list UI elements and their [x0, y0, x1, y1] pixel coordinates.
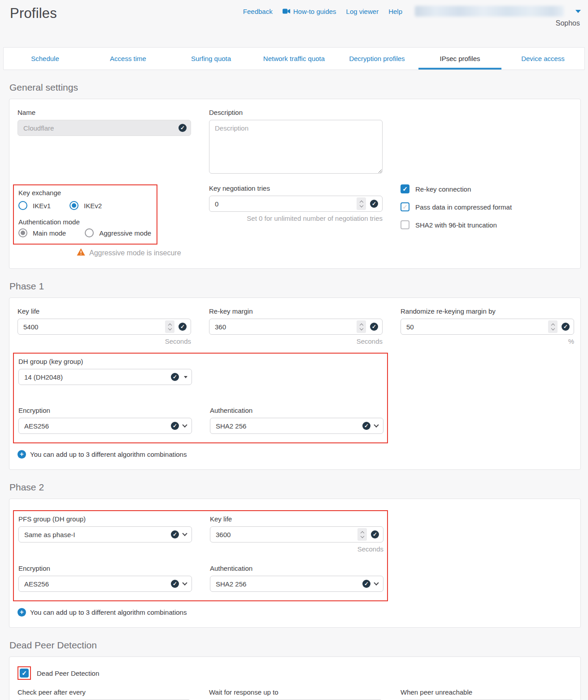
p2-pfs-group-value: Same as phase-I	[24, 531, 171, 538]
tab-access-time[interactable]: Access time	[87, 48, 170, 70]
p1-authentication-value: SHA2 256	[216, 422, 362, 430]
dpd-check-peer-group: Check peer after every 30 ✓ Seconds	[17, 688, 191, 700]
feedback-link[interactable]: Feedback	[243, 8, 273, 15]
rekey-connection-checkbox[interactable]: ✓	[401, 184, 409, 193]
ikev1-radio[interactable]	[18, 201, 27, 210]
dpd-heading: Dead Peer Detection	[9, 640, 581, 651]
log-viewer-label: Log viewer	[346, 8, 379, 15]
general-settings-card: Name Cloudflare ✓ Description Key exchan…	[9, 99, 581, 269]
add-plus-icon[interactable]: +	[17, 450, 26, 459]
tab-schedule[interactable]: Schedule	[4, 48, 87, 70]
dpd-enable-checkbox[interactable]: ✓	[20, 669, 29, 678]
p1-rekey-margin-input[interactable]: 360 ✓	[209, 319, 383, 335]
p2-encryption-value: AES256	[24, 580, 171, 588]
chevron-down-icon	[182, 580, 187, 585]
ikev2-radio[interactable]	[70, 201, 78, 210]
key-exchange-label: Key exchange	[18, 189, 151, 197]
number-stepper[interactable]	[548, 320, 558, 333]
phase2-heading: Phase 2	[9, 482, 581, 493]
tab-ipsec-profiles[interactable]: IPsec profiles	[418, 48, 501, 70]
name-input: Cloudflare ✓	[17, 120, 191, 136]
tab-surfing-quota[interactable]: Surfing quota	[170, 48, 253, 70]
p1-algorithms-highlight-box: DH group (key group) 14 (DH2048) ✓ Encry…	[13, 353, 388, 443]
p1-encryption-select[interactable]: AES256 ✓	[18, 418, 192, 434]
p1-randomize-group: Randomize re-keying margin by 50 ✓ %	[401, 307, 574, 345]
compressed-format-checkbox[interactable]: ✓	[401, 202, 409, 211]
dpd-when-unreachable-group: When peer unreachable Re-initiate ✓	[401, 688, 574, 700]
rekey-connection-label: Re-key connection	[415, 185, 471, 193]
p1-dh-group-select[interactable]: 14 (DH2048) ✓	[18, 369, 192, 385]
valid-check-icon: ✓	[362, 580, 370, 588]
add-plus-icon[interactable]: +	[17, 608, 26, 617]
main-content: General settings Name Cloudflare ✓ Descr…	[0, 82, 588, 700]
p2-authentication-label: Authentication	[210, 564, 383, 572]
description-textarea[interactable]	[209, 120, 383, 174]
p1-key-life-label: Key life	[17, 307, 191, 315]
number-stepper[interactable]	[357, 197, 366, 210]
p1-encryption-value: AES256	[24, 422, 171, 430]
tab-decryption-profiles[interactable]: Decryption profiles	[335, 48, 418, 70]
key-negotiation-input[interactable]: 0 ✓	[209, 196, 383, 212]
warning-triangle-icon	[77, 248, 85, 258]
account-caret-down-icon[interactable]	[575, 10, 581, 13]
header-links: Feedback How-to guides Log viewer Help	[243, 6, 581, 17]
p2-pfs-group-select[interactable]: Same as phase-I ✓	[18, 526, 192, 542]
p1-encryption-label: Encryption	[18, 407, 192, 414]
feedback-label: Feedback	[243, 8, 273, 15]
p1-authentication-select[interactable]: SHA2 256 ✓	[210, 418, 383, 434]
p2-key-life-input[interactable]: 3600 ✓	[210, 526, 383, 542]
tab-device-access[interactable]: Device access	[501, 48, 584, 70]
p2-authentication-field: Authentication SHA2 256 ✓	[210, 564, 383, 592]
tab-network-traffic-quota[interactable]: Network traffic quota	[253, 48, 335, 70]
dpd-card: ✓ Dead Peer Detection Check peer after e…	[9, 656, 581, 700]
howto-guides-link[interactable]: How-to guides	[283, 8, 336, 15]
p2-pfs-group-label: PFS group (DH group)	[18, 515, 192, 523]
dpd-wait-response-group: Wait for response up to 120 ✓ Seconds	[209, 688, 383, 700]
name-value: Cloudflare	[23, 124, 179, 132]
chevron-down-icon	[182, 531, 187, 536]
number-stepper[interactable]	[165, 320, 174, 333]
aggressive-mode-warning: Aggressive mode is insecure	[77, 248, 191, 258]
general-checkbox-column: ✓ Re-key connection ✓ Pass data in compr…	[401, 184, 574, 258]
p1-key-life-group: Key life 5400 ✓ Seconds	[17, 307, 191, 345]
p2-encryption-field: Encryption AES256 ✓	[18, 564, 192, 592]
account-name-redacted[interactable]	[415, 6, 564, 17]
p1-key-life-input[interactable]: 5400 ✓	[17, 319, 191, 335]
log-viewer-link[interactable]: Log viewer	[346, 8, 379, 15]
key-negotiation-field-group: Key negotiation tries 0 ✓ Set 0 for unli…	[209, 184, 383, 258]
valid-check-icon: ✓	[370, 323, 378, 331]
p2-authentication-select[interactable]: SHA2 256 ✓	[210, 576, 383, 592]
main-mode-radio	[18, 228, 27, 237]
p1-rekey-margin-value: 360	[215, 323, 357, 331]
sha2-truncation-checkbox[interactable]: ✓	[401, 220, 409, 229]
help-link[interactable]: Help	[388, 8, 402, 15]
p2-algorithms-highlight-box: PFS group (DH group) Same as phase-I ✓ K…	[13, 510, 388, 601]
chevron-down-icon	[182, 422, 187, 427]
p1-rekey-margin-label: Re-key margin	[209, 307, 383, 315]
p1-add-combination-text: You can add up to 3 different algorithm …	[30, 451, 187, 458]
number-stepper[interactable]	[357, 320, 366, 333]
key-negotiation-label: Key negotiation tries	[209, 184, 383, 192]
p1-dh-group-value: 14 (DH2048)	[24, 373, 171, 381]
p1-encryption-field: Encryption AES256 ✓	[18, 407, 192, 434]
tab-bar: Schedule Access time Surfing quota Netwo…	[3, 47, 585, 70]
help-label: Help	[388, 8, 402, 15]
aggressive-mode-radio	[85, 228, 94, 237]
valid-check-icon: ✓	[179, 323, 187, 331]
p2-encryption-select[interactable]: AES256 ✓	[18, 576, 192, 592]
p1-dh-group-label: DH group (key group)	[18, 358, 192, 365]
p1-randomize-input[interactable]: 50 ✓	[401, 319, 574, 335]
brand-label: Sophos	[556, 19, 580, 27]
p1-authentication-field: Authentication SHA2 256 ✓	[210, 407, 383, 434]
valid-check-icon: ✓	[171, 530, 179, 538]
number-stepper[interactable]	[357, 528, 367, 541]
p1-authentication-label: Authentication	[210, 407, 383, 414]
valid-check-icon: ✓	[179, 124, 187, 132]
dpd-enable-row: ✓ Dead Peer Detection	[17, 666, 572, 680]
p1-randomize-value: 50	[406, 323, 548, 331]
chevron-down-icon	[374, 580, 379, 585]
aggressive-mode-label: Aggressive mode	[99, 229, 151, 237]
p1-randomize-unit: %	[401, 337, 574, 345]
p2-pfs-group-field: PFS group (DH group) Same as phase-I ✓	[18, 515, 192, 553]
valid-check-icon: ✓	[171, 422, 179, 430]
